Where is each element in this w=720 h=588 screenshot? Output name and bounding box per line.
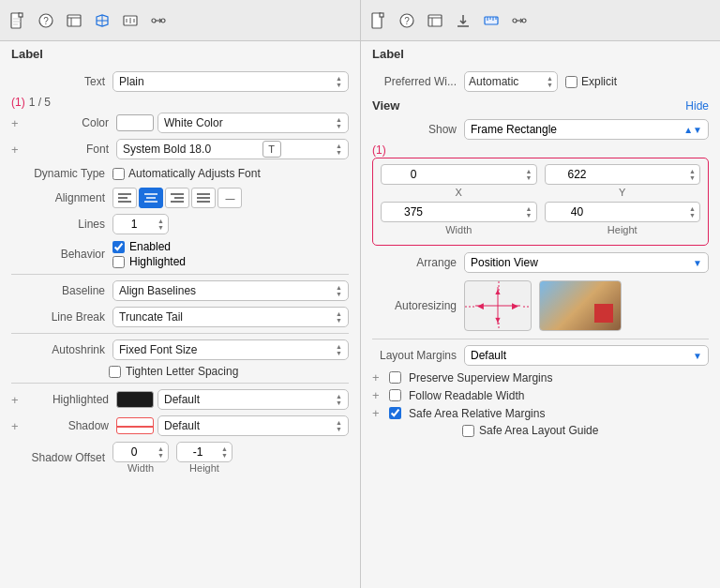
line-break-select[interactable]: Truncate Tail ▲▼ — [112, 307, 349, 327]
shadow-arrows[interactable]: ▲▼ — [336, 419, 342, 432]
r-help-icon[interactable]: ? — [398, 12, 415, 29]
highlighted-arrows[interactable]: ▲▼ — [336, 393, 342, 406]
follow-checkbox[interactable] — [389, 389, 401, 401]
safe-area-guide-checkbox[interactable] — [462, 425, 474, 437]
y-arrows[interactable]: ▲▼ — [689, 168, 696, 181]
r-file-icon[interactable] — [370, 12, 387, 29]
r-library-icon[interactable] — [427, 12, 443, 29]
preserve-plus[interactable]: + — [372, 370, 385, 384]
lines-arrows[interactable]: ▲▼ — [158, 218, 164, 231]
line-break-arrows[interactable]: ▲▼ — [336, 310, 342, 324]
baseline-arrows[interactable]: ▲▼ — [336, 284, 342, 297]
arrange-arrow: ▼ — [693, 258, 702, 268]
arrange-content: Position View ▼ — [464, 252, 709, 273]
help-icon[interactable]: ? — [38, 12, 54, 29]
shadow-plus-icon[interactable]: + — [11, 419, 24, 433]
autoresizing-content: ◀ ▶ ▲ ▼ — [464, 279, 709, 333]
svg-rect-1 — [19, 13, 22, 17]
y-field: ▲▼ Y — [545, 164, 701, 198]
preferred-width-arrows[interactable]: ▲▼ — [547, 75, 553, 88]
x-arrows[interactable]: ▲▼ — [526, 168, 532, 181]
highlighted-select[interactable]: Default ▲▼ — [158, 389, 349, 410]
attributes-icon[interactable] — [94, 12, 111, 29]
r-download-icon[interactable] — [455, 12, 472, 29]
size-icon[interactable] — [122, 12, 139, 29]
safe-area-checkbox[interactable] — [389, 407, 401, 419]
tighten-checkbox[interactable] — [109, 366, 121, 378]
shadow-height-stepper[interactable]: ▲▼ — [176, 442, 232, 462]
highlighted-checkbox[interactable] — [112, 256, 125, 268]
shadow-height-arrows[interactable]: ▲▼ — [221, 445, 228, 459]
connections-icon[interactable] — [150, 12, 167, 29]
font-arrows[interactable]: ▲▼ — [336, 143, 342, 156]
shadow-width-arrows[interactable]: ▲▼ — [158, 445, 164, 459]
library-icon[interactable] — [66, 12, 82, 29]
align-left-btn[interactable] — [112, 188, 137, 208]
shadow-width-label: Width — [128, 462, 154, 474]
shadow-select[interactable]: Default ▲▼ — [158, 415, 349, 436]
dynamic-type-checkbox[interactable] — [112, 168, 125, 180]
show-select[interactable]: Frame Rectangle ▲▼ — [464, 119, 709, 140]
align-center-btn[interactable] — [139, 188, 163, 208]
frame-annotation: (1) — [372, 143, 386, 157]
highlighted-plus-icon[interactable]: + — [11, 393, 24, 407]
font-select[interactable]: System Bold 18.0 T ▲▼ — [116, 139, 349, 159]
hide-link[interactable]: Hide — [685, 99, 709, 113]
x-input[interactable] — [385, 168, 442, 181]
height-arrows[interactable]: ▲▼ — [689, 205, 696, 219]
text-select[interactable]: Plain ▲▼ — [112, 71, 349, 92]
autoshrink-select[interactable]: Fixed Font Size ▲▼ — [112, 339, 349, 360]
x-input-box[interactable]: ▲▼ — [381, 164, 537, 185]
autoresize-arrows-box[interactable]: ◀ ▶ ▲ ▼ — [464, 280, 532, 331]
shadow-color-swatch[interactable] — [116, 417, 154, 434]
svg-text:?: ? — [43, 16, 49, 26]
align-natural-btn[interactable]: — — [218, 188, 242, 208]
file-icon[interactable] — [9, 12, 26, 29]
y-input[interactable] — [549, 168, 606, 181]
width-input[interactable] — [385, 205, 442, 219]
height-input-box[interactable]: ▲▼ — [545, 202, 701, 222]
width-input-box[interactable]: ▲▼ — [381, 202, 537, 222]
preserve-checkbox[interactable] — [389, 371, 401, 384]
lines-stepper[interactable]: ▲▼ — [112, 214, 169, 234]
line-break-content: Truncate Tail ▲▼ — [112, 307, 349, 327]
baseline-select[interactable]: Align Baselines ▲▼ — [112, 280, 349, 301]
y-input-box[interactable]: ▲▼ — [545, 164, 701, 185]
color-plus-icon[interactable]: + — [11, 116, 24, 130]
align-justify-btn[interactable] — [191, 188, 216, 208]
highlighted-color-swatch[interactable] — [116, 391, 154, 408]
preferred-width-content: Automatic ▲▼ Explicit — [464, 71, 617, 92]
color-swatch[interactable] — [116, 114, 154, 131]
color-arrows[interactable]: ▲▼ — [336, 116, 342, 129]
r-connections-icon[interactable] — [511, 12, 528, 29]
width-arrows[interactable]: ▲▼ — [526, 205, 532, 219]
highlighted-value: Default — [164, 393, 200, 406]
lines-input[interactable] — [117, 218, 151, 231]
r-ruler-icon[interactable] — [483, 12, 500, 29]
svg-rect-32 — [380, 13, 383, 17]
layout-margins-select[interactable]: Default ▼ — [464, 345, 709, 366]
safe-area-plus[interactable]: + — [372, 406, 385, 420]
color-select[interactable]: White Color ▲▼ — [158, 113, 349, 133]
preferred-width-stepper[interactable]: Automatic ▲▼ — [464, 71, 558, 92]
arrange-select[interactable]: Position View ▼ — [464, 252, 709, 273]
autoshrink-arrows[interactable]: ▲▼ — [336, 343, 342, 356]
align-right-btn[interactable] — [165, 188, 189, 208]
follow-row: + Follow Readable Width — [361, 386, 720, 404]
follow-plus[interactable]: + — [372, 388, 385, 402]
autoresizing-row: Autoresizing ◀ ▶ ▲ ▼ — [361, 276, 720, 336]
baseline-value: Align Baselines — [119, 284, 196, 297]
explicit-checkbox[interactable] — [565, 76, 578, 88]
enabled-checkbox[interactable] — [112, 241, 125, 253]
shadow-width-input[interactable] — [117, 445, 151, 459]
enabled-label: Enabled — [129, 240, 171, 253]
font-plus-icon[interactable]: + — [11, 143, 24, 157]
text-select-arrows[interactable]: ▲▼ — [336, 75, 342, 88]
height-input[interactable] — [549, 205, 606, 219]
right-panel: ? — [361, 0, 720, 588]
shadow-height-input[interactable] — [181, 445, 215, 459]
enabled-row: Enabled — [112, 240, 171, 253]
shadow-width-stepper[interactable]: ▲▼ — [112, 442, 169, 462]
r-separator-1 — [372, 339, 709, 339]
font-t-icon[interactable]: T — [262, 141, 281, 158]
